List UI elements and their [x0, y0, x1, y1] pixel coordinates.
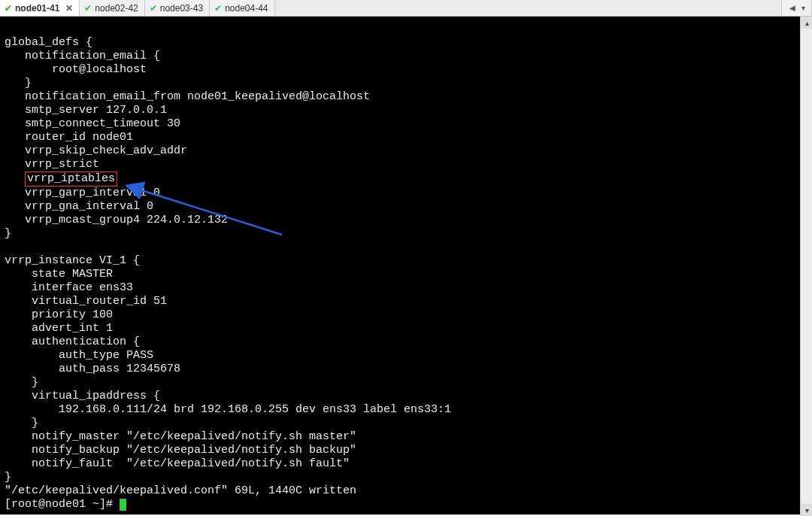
chevron-down-icon: ▾ — [801, 4, 805, 12]
tab-label: node01-41 — [15, 3, 59, 14]
scroll-down-button[interactable]: ▾ — [801, 504, 812, 516]
tab-label: node04-44 — [225, 3, 268, 14]
tab-node04[interactable]: ✔ node04-44 — [210, 0, 274, 16]
tab-node02[interactable]: ✔ node02-42 — [80, 0, 144, 16]
scroll-up-button[interactable]: ▴ — [801, 17, 812, 29]
tab-node01[interactable]: ✔ node01-41 ✕ — [0, 0, 80, 16]
check-icon: ✔ — [150, 4, 157, 13]
tab-label: node03-43 — [160, 3, 203, 14]
scrollbar-vertical[interactable]: ▴ ▾ — [800, 17, 812, 516]
terminal-viewport[interactable]: global_defs { notification_email { root@… — [0, 17, 812, 514]
check-icon: ✔ — [5, 4, 12, 13]
tab-node03[interactable]: ✔ node03-43 — [145, 0, 210, 16]
highlighted-directive: vrrp_iptables — [25, 171, 117, 187]
close-icon[interactable]: ✕ — [65, 3, 73, 14]
tab-overflow[interactable]: ◀ ▾ — [781, 0, 812, 16]
chevron-left-icon: ◀ — [789, 4, 795, 12]
terminal-content: global_defs { notification_email { root@… — [5, 23, 807, 511]
tab-bar: ✔ node01-41 ✕ ✔ node02-42 ✔ node03-43 ✔ … — [0, 0, 812, 17]
cursor — [120, 499, 126, 511]
check-icon: ✔ — [214, 4, 222, 13]
check-icon: ✔ — [84, 4, 92, 13]
tab-label: node02-42 — [95, 3, 138, 14]
